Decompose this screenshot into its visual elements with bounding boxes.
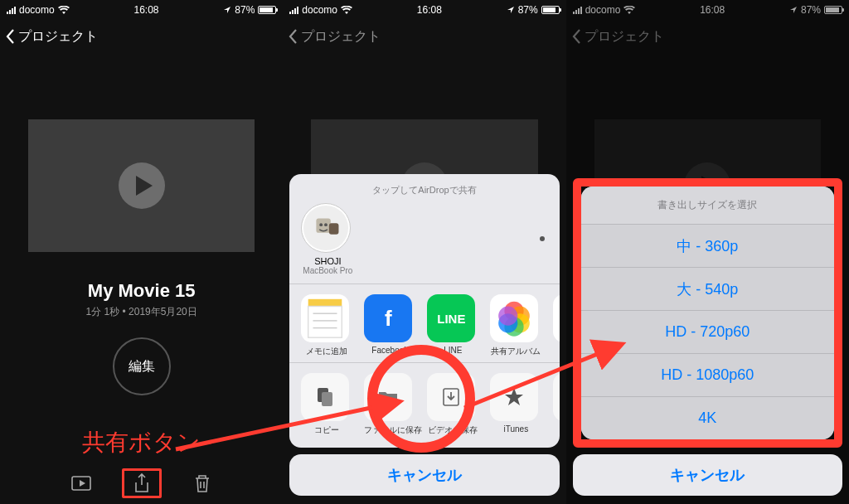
location-icon bbox=[223, 6, 231, 14]
svg-point-3 bbox=[320, 223, 323, 226]
back-label: プロジェクト bbox=[301, 28, 381, 46]
export-option-360p[interactable]: 中 - 360p bbox=[581, 224, 834, 267]
battery-percent: 87% bbox=[235, 4, 255, 16]
app-label: Facebook bbox=[364, 346, 415, 355]
nav-bar: プロジェクト bbox=[0, 20, 283, 53]
play-rect-icon[interactable] bbox=[70, 472, 92, 494]
action-save-files[interactable]: ファイルに保存 bbox=[364, 373, 415, 436]
nav-bar: プロジェクト bbox=[283, 20, 565, 53]
app-label: LINE bbox=[427, 346, 478, 355]
svg-rect-5 bbox=[329, 223, 339, 235]
action-save-video[interactable]: ビデオを保存 bbox=[427, 373, 478, 436]
status-bar: docomo 16:08 87% bbox=[283, 0, 565, 20]
annotation-red-box: 書き出しサイズを選択 中 - 360p 大 - 540p HD - 720p60… bbox=[573, 178, 842, 448]
download-icon bbox=[427, 373, 475, 421]
copy-icon bbox=[301, 373, 349, 421]
signal-icon bbox=[289, 6, 298, 14]
signal-icon bbox=[7, 6, 16, 14]
carrier-label: docomo bbox=[19, 4, 55, 16]
phone-screen-share-sheet: docomo 16:08 87% プロジェクト タップしてAirDropで共有 bbox=[283, 0, 565, 504]
chevron-left-icon bbox=[288, 28, 299, 45]
share-button[interactable] bbox=[122, 468, 162, 498]
app-share-row: メモに追加 f Facebook LINE LINE 共有アルバム I bbox=[289, 284, 559, 362]
carrier-label: docomo bbox=[302, 4, 337, 16]
airdrop-name: SHOJI bbox=[301, 256, 354, 266]
phone-screen-project: docomo 16:08 87% プロジェクト My Movie 15 1分 1… bbox=[0, 0, 283, 504]
star-icon bbox=[490, 373, 538, 421]
wifi-icon bbox=[58, 6, 70, 14]
cloud-icon bbox=[553, 373, 559, 421]
cancel-button[interactable]: キャンセル bbox=[573, 454, 842, 496]
clock: 16:08 bbox=[133, 4, 158, 16]
action-label: コピー bbox=[301, 424, 352, 436]
action-label: iTunes bbox=[490, 424, 541, 434]
app-label: I bbox=[553, 346, 559, 355]
phone-screen-export-size: docomo 16:08 87% プロジェクト 書き出しサイズを選択 中 - 3… bbox=[566, 0, 849, 504]
action-copy[interactable]: コピー bbox=[301, 373, 352, 436]
cancel-label: キャンセル bbox=[387, 465, 462, 485]
svg-point-16 bbox=[498, 307, 517, 326]
status-bar: docomo 16:08 87% bbox=[0, 0, 283, 20]
location-icon bbox=[507, 6, 515, 14]
airdrop-device: MacBook Pro bbox=[301, 266, 354, 275]
edit-label: 編集 bbox=[129, 358, 155, 376]
trash-icon[interactable] bbox=[192, 472, 213, 494]
avatar-icon bbox=[301, 203, 351, 253]
airdrop-target[interactable]: SHOJI MacBook Pro bbox=[301, 203, 354, 275]
edit-button[interactable]: 編集 bbox=[113, 337, 171, 395]
action-label: iC bbox=[553, 424, 559, 434]
play-icon bbox=[119, 162, 165, 209]
app-more[interactable]: I bbox=[553, 294, 559, 357]
battery-percent: 87% bbox=[518, 4, 538, 16]
sheet-header: 書き出しサイズを選択 bbox=[581, 187, 834, 224]
clock: 16:08 bbox=[417, 4, 442, 16]
wifi-icon bbox=[341, 6, 352, 14]
app-facebook[interactable]: f Facebook bbox=[364, 294, 415, 357]
export-option-1080p60[interactable]: HD - 1080p60 bbox=[581, 353, 834, 396]
movie-meta: 1分 1秒 • 2019年5月20日 bbox=[0, 305, 283, 319]
share-sheet: タップしてAirDropで共有 SHOJI MacBook Pro メモに追加 bbox=[289, 174, 559, 496]
page-dot bbox=[540, 236, 545, 241]
airdrop-header: タップしてAirDropで共有 bbox=[289, 181, 559, 203]
video-thumbnail[interactable] bbox=[28, 119, 255, 252]
action-row: コピー ファイルに保存 ビデオを保存 iTunes iC bbox=[289, 363, 559, 448]
export-option-720p60[interactable]: HD - 720p60 bbox=[581, 310, 834, 353]
app-notes[interactable]: メモに追加 bbox=[301, 294, 352, 357]
app-shared-album[interactable]: 共有アルバム bbox=[490, 294, 541, 357]
cancel-label: キャンセル bbox=[670, 465, 745, 485]
export-option-4k[interactable]: 4K bbox=[581, 396, 834, 439]
back-button[interactable]: プロジェクト bbox=[5, 28, 98, 46]
svg-point-4 bbox=[324, 223, 327, 226]
action-itunes[interactable]: iTunes bbox=[490, 373, 541, 436]
battery-icon bbox=[541, 6, 560, 14]
action-icloud[interactable]: iC bbox=[553, 373, 559, 436]
app-label: メモに追加 bbox=[301, 346, 352, 357]
svg-rect-6 bbox=[308, 299, 342, 307]
export-size-sheet: 書き出しサイズを選択 中 - 360p 大 - 540p HD - 720p60… bbox=[573, 178, 842, 496]
back-button[interactable]: プロジェクト bbox=[288, 28, 381, 46]
action-label: ファイルに保存 bbox=[364, 424, 415, 436]
cancel-button[interactable]: キャンセル bbox=[289, 454, 559, 496]
chevron-left-icon bbox=[5, 28, 17, 45]
app-line[interactable]: LINE LINE bbox=[427, 294, 478, 357]
svg-rect-18 bbox=[322, 392, 332, 406]
annotation-share-label: 共有ボタン bbox=[0, 427, 283, 458]
svg-rect-7 bbox=[308, 307, 342, 338]
action-label: ビデオを保存 bbox=[427, 424, 478, 436]
bottom-toolbar bbox=[0, 463, 283, 504]
battery-icon bbox=[258, 6, 276, 14]
app-label: 共有アルバム bbox=[490, 346, 541, 357]
back-label: プロジェクト bbox=[18, 28, 98, 46]
export-option-540p[interactable]: 大 - 540p bbox=[581, 267, 834, 310]
movie-title: My Movie 15 bbox=[0, 280, 283, 302]
folder-icon bbox=[364, 373, 412, 421]
